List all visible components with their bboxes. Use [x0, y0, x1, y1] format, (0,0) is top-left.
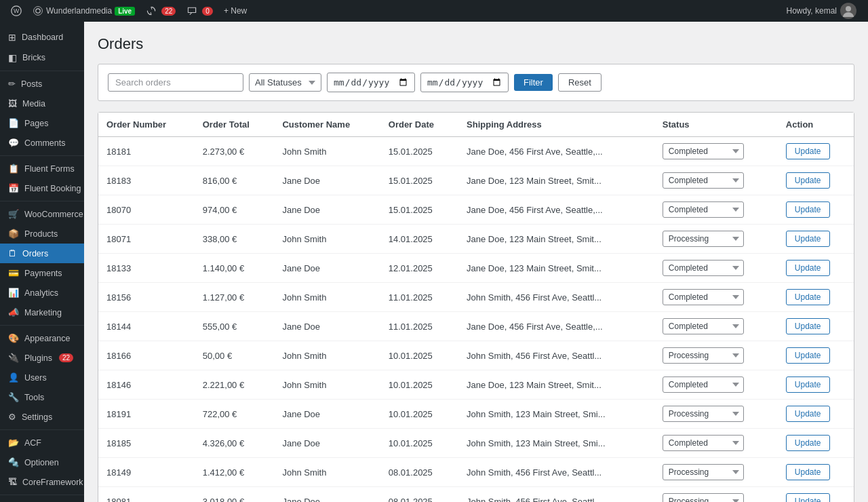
date-from-input[interactable] — [327, 73, 415, 92]
acf-icon: 📂 — [8, 438, 19, 448]
cell-action: Update — [778, 429, 854, 458]
status-filter[interactable]: All Statuses Completed Processing Pendin… — [249, 73, 321, 92]
sidebar-item-dashboard[interactable]: ⊞ Dashboard — [0, 27, 84, 47]
update-button[interactable]: Update — [786, 201, 830, 218]
update-button[interactable]: Update — [786, 289, 830, 305]
update-button[interactable]: Update — [786, 318, 830, 334]
sidebar-item-tools[interactable]: 🔧 Tools — [0, 387, 84, 407]
table-row: 18146 2.221,00 € John Smith 10.01.2025 J… — [98, 370, 854, 400]
sidebar-item-optionen[interactable]: 🔩 Optionen — [0, 452, 84, 472]
filter-button[interactable]: Filter — [514, 74, 553, 91]
sidebar-separator — [0, 71, 84, 71]
status-select[interactable]: CompletedProcessingPendingOn HoldCancell… — [663, 231, 744, 247]
howdy-text: Howdy, kemal — [787, 6, 837, 16]
sidebar-item-pages[interactable]: 📄 Pages — [0, 113, 84, 133]
sidebar-item-label: Marketing — [24, 308, 62, 317]
sidebar-separator — [0, 201, 84, 201]
cell-shipping-address: Jane Doe, 456 First Ave, Seattle,... — [458, 137, 654, 166]
admin-bar-updates[interactable]: 22 — [140, 0, 181, 22]
col-order-total: Order Total — [195, 113, 275, 137]
admin-bar-wp-logo[interactable]: W — [5, 0, 27, 22]
fluent-forms-icon: 📋 — [8, 163, 19, 174]
sidebar-item-comments[interactable]: 💬 Comments — [0, 133, 84, 153]
orders-toolbar: All Statuses Completed Processing Pendin… — [98, 64, 854, 101]
status-select[interactable]: CompletedProcessingPendingOn HoldCancell… — [663, 406, 744, 422]
sidebar-item-orders[interactable]: 🗒 Orders — [0, 244, 84, 263]
cell-action: Update — [778, 166, 854, 195]
sidebar-item-media[interactable]: 🖼 Media — [0, 94, 84, 113]
update-button[interactable]: Update — [786, 260, 830, 276]
sidebar-item-label: Users — [24, 373, 47, 383]
cell-status: CompletedProcessingPendingOn HoldCancell… — [654, 137, 778, 166]
search-input[interactable] — [108, 73, 243, 92]
admin-bar-site-name[interactable]: Wunderlandmedia Live — [27, 0, 140, 22]
sidebar-item-plugins[interactable]: 🔌 Plugins 22 — [0, 348, 84, 368]
table-row: 18181 2.273,00 € John Smith 15.01.2025 J… — [98, 137, 854, 166]
table-row: 18070 974,00 € Jane Doe 15.01.2025 Jane … — [98, 195, 854, 225]
pages-icon: 📄 — [8, 118, 19, 128]
cell-order-date: 15.01.2025 — [380, 195, 458, 225]
sidebar-item-posts[interactable]: ✏ Posts — [0, 74, 84, 94]
sidebar-item-settings[interactable]: ⚙ Settings — [0, 407, 84, 427]
status-select[interactable]: CompletedProcessingPendingOn HoldCancell… — [663, 493, 744, 502]
admin-bar-new[interactable]: + New — [218, 0, 252, 22]
update-button[interactable]: Update — [786, 231, 830, 247]
optionen-icon: 🔩 — [8, 457, 19, 467]
update-button[interactable]: Update — [786, 376, 830, 393]
status-select[interactable]: CompletedProcessingPendingOn HoldCancell… — [663, 172, 744, 189]
status-select[interactable]: CompletedProcessingPendingOn HoldCancell… — [663, 347, 744, 364]
sidebar-item-payments[interactable]: 💳 Payments — [0, 263, 84, 283]
tools-icon: 🔧 — [8, 392, 19, 402]
status-select[interactable]: CompletedProcessingPendingOn HoldCancell… — [663, 464, 744, 480]
status-select[interactable]: CompletedProcessingPendingOn HoldCancell… — [663, 260, 744, 276]
sidebar-item-marketing[interactable]: 📣 Marketing — [0, 303, 84, 322]
sidebar-item-acf[interactable]: 📂 ACF — [0, 433, 84, 452]
cell-customer-name: John Smith — [274, 458, 380, 487]
sidebar-item-coreframework[interactable]: 🏗 CoreFramework — [0, 472, 84, 492]
sidebar-item-products[interactable]: 📦 Products — [0, 224, 84, 244]
svg-point-2 — [36, 9, 40, 13]
update-button[interactable]: Update — [786, 143, 830, 159]
status-select[interactable]: CompletedProcessingPendingOn HoldCancell… — [663, 318, 744, 334]
status-select[interactable]: CompletedProcessingPendingOn HoldCancell… — [663, 376, 744, 393]
date-to-input[interactable] — [420, 73, 509, 92]
svg-point-3 — [34, 7, 43, 16]
cell-action: Update — [778, 458, 854, 487]
sidebar-item-fluent-forms[interactable]: 📋 Fluent Forms — [0, 159, 84, 178]
update-button[interactable]: Update — [786, 406, 830, 422]
sidebar-item-woocommerce[interactable]: 🛒 WooCommerce — [0, 204, 84, 224]
status-select[interactable]: CompletedProcessingPendingOn HoldCancell… — [663, 201, 744, 218]
cell-shipping-address: Jane Doe, 456 First Ave, Seattle,... — [458, 195, 654, 225]
status-select[interactable]: CompletedProcessingPendingOn HoldCancell… — [663, 143, 744, 159]
collapse-menu-button[interactable]: ◀ Collapse menu — [0, 498, 84, 502]
table-row: 18133 1.140,00 € Jane Doe 12.01.2025 Jan… — [98, 254, 854, 283]
cell-customer-name: John Smith — [274, 137, 380, 166]
update-button[interactable]: Update — [786, 347, 830, 364]
posts-icon: ✏ — [8, 79, 16, 89]
update-button[interactable]: Update — [786, 493, 830, 502]
status-select[interactable]: CompletedProcessingPendingOn HoldCancell… — [663, 289, 744, 305]
cell-action: Update — [778, 137, 854, 166]
admin-bar-comments[interactable]: 0 — [181, 0, 218, 22]
update-button[interactable]: Update — [786, 172, 830, 189]
cell-order-date: 08.01.2025 — [380, 487, 458, 503]
cell-shipping-address: Jane Doe, 456 First Ave, Seattle,... — [458, 312, 654, 341]
update-button[interactable]: Update — [786, 435, 830, 451]
sidebar-item-appearance[interactable]: 🎨 Appearance — [0, 328, 84, 348]
sidebar-separator — [0, 325, 84, 326]
cell-order-date: 15.01.2025 — [380, 166, 458, 195]
cell-order-number: 18191 — [98, 400, 195, 429]
sidebar-item-users[interactable]: 👤 Users — [0, 368, 84, 387]
cell-customer-name: John Smith — [274, 283, 380, 312]
orders-icon: 🗒 — [8, 248, 17, 258]
reset-button[interactable]: Reset — [558, 73, 601, 92]
sidebar-item-analytics[interactable]: 📊 Analytics — [0, 283, 84, 303]
status-select[interactable]: CompletedProcessingPendingOn HoldCancell… — [663, 435, 744, 451]
sidebar-item-bricks[interactable]: ◧ Bricks — [0, 47, 84, 68]
table-row: 18166 50,00 € John Smith 10.01.2025 John… — [98, 341, 854, 370]
admin-bar-howdy[interactable]: Howdy, kemal — [781, 0, 863, 22]
cell-order-date: 08.01.2025 — [380, 458, 458, 487]
sidebar-item-fluent-booking[interactable]: 📅 Fluent Booking — [0, 178, 84, 198]
table-row: 18071 338,00 € John Smith 14.01.2025 Jan… — [98, 225, 854, 254]
update-button[interactable]: Update — [786, 464, 830, 480]
